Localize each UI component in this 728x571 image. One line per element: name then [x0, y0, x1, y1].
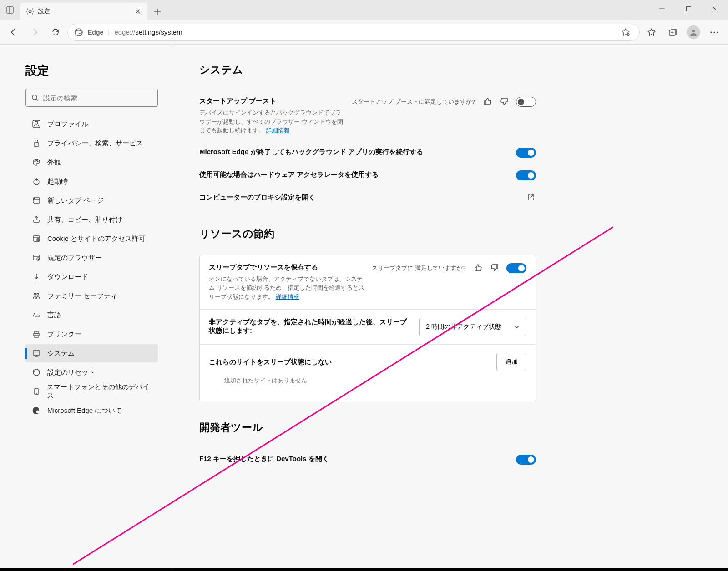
new-tab-button[interactable]: [149, 4, 166, 20]
sidebar-item-profile[interactable]: プロファイル: [25, 115, 158, 133]
learn-more-link[interactable]: 詳細情報: [266, 127, 290, 134]
close-button[interactable]: [702, 0, 728, 17]
svg-point-11: [75, 29, 82, 36]
svg-point-29: [35, 161, 35, 162]
no-sites-text: 追加されたサイトはありません: [209, 371, 526, 394]
sidebar-item-about[interactable]: Microsoft Edge について: [25, 401, 158, 420]
language-icon: A字: [32, 311, 41, 320]
url-text: edge://settings/system: [114, 28, 182, 36]
taskbar: [0, 568, 728, 571]
download-icon: [32, 272, 41, 281]
sidebar-item-language[interactable]: A字言語: [25, 306, 158, 324]
setting-f12-devtools: F12 キーを押したときに DevTools を開く: [199, 448, 536, 471]
svg-point-23: [717, 31, 718, 33]
lock-icon: [32, 139, 41, 148]
svg-point-36: [35, 199, 35, 199]
settings-search[interactable]: [25, 89, 158, 107]
svg-point-26: [35, 121, 38, 124]
cookie-icon: [32, 234, 41, 243]
sidebar-item-system[interactable]: システム: [25, 344, 158, 362]
back-button[interactable]: [5, 23, 23, 41]
profile-button[interactable]: [684, 23, 703, 41]
svg-text:字: 字: [36, 314, 40, 319]
edge-logo-icon: [74, 28, 83, 37]
search-input[interactable]: [43, 94, 152, 102]
svg-rect-8: [686, 6, 691, 11]
startup-boost-toggle[interactable]: [516, 97, 536, 107]
sidebar-item-phone[interactable]: スマートフォンとその他のデバイス: [25, 382, 158, 401]
minimize-button[interactable]: [649, 0, 675, 17]
svg-point-46: [37, 293, 39, 295]
maximize-button[interactable]: [675, 0, 702, 17]
forward-button[interactable]: [25, 23, 44, 41]
thumbs-up-icon[interactable]: [474, 263, 484, 273]
sidebar-item-share[interactable]: 共有、コピー、貼り付け: [25, 210, 158, 229]
svg-rect-0: [7, 7, 13, 13]
svg-point-20: [692, 29, 695, 32]
bg-apps-toggle[interactable]: [516, 148, 536, 158]
favorites-button[interactable]: [642, 23, 661, 41]
phone-icon: [32, 387, 40, 396]
window-controls: [649, 0, 728, 17]
sidebar-item-cookies[interactable]: Cookie とサイトのアクセス許可: [25, 230, 158, 248]
sidebar-item-startup[interactable]: 起動時: [25, 172, 158, 190]
sidebar-item-default-browser[interactable]: 既定のブラウザー: [25, 249, 158, 267]
svg-point-2: [29, 10, 31, 13]
titlebar: 設定: [0, 0, 728, 20]
addr-source: Edge: [88, 29, 103, 36]
svg-point-31: [37, 161, 38, 162]
svg-text:A: A: [33, 313, 36, 318]
sleep-tabs-toggle[interactable]: [506, 263, 526, 273]
printer-icon: [32, 330, 41, 339]
address-bar[interactable]: Edge | edge://settings/system: [67, 24, 640, 41]
sidebar-item-printer[interactable]: プリンター: [25, 325, 158, 343]
svg-rect-50: [35, 331, 38, 333]
power-icon: [32, 177, 41, 186]
setting-startup-boost: スタートアップ ブースト デバイスにサインインするとバックグラウンドでブラウザー…: [199, 90, 536, 141]
thumbs-up-icon[interactable]: [483, 97, 493, 107]
svg-point-45: [34, 293, 36, 295]
menu-button[interactable]: [705, 23, 723, 41]
inactive-duration-select[interactable]: 2 時間の非アクティブ状態: [419, 318, 526, 336]
svg-point-22: [713, 31, 715, 33]
sidebar-item-downloads[interactable]: ダウンロード: [25, 268, 158, 286]
gear-icon: [25, 7, 35, 16]
vertical-tabs-button[interactable]: [0, 0, 20, 20]
sidebar-item-newtab[interactable]: 新しいタブ ページ: [25, 191, 158, 210]
thumbs-down-icon[interactable]: [500, 97, 510, 107]
sidebar-item-family[interactable]: ファミリー セーフティ: [25, 287, 158, 305]
learn-more-link[interactable]: 詳細情報: [276, 293, 299, 300]
sidebar-item-reset[interactable]: 設定のリセット: [25, 363, 158, 381]
refresh-button[interactable]: [46, 23, 65, 41]
collections-button[interactable]: [663, 23, 682, 41]
thumbs-down-icon[interactable]: [490, 263, 500, 273]
setting-proxy[interactable]: コンピューターのプロキシ設定を開く: [199, 187, 536, 209]
sidebar-item-appearance[interactable]: 外観: [25, 153, 158, 171]
browser-tab[interactable]: 設定: [20, 3, 147, 20]
palette-icon: [32, 158, 41, 167]
search-icon: [31, 94, 39, 101]
svg-rect-52: [33, 351, 40, 355]
svg-rect-39: [37, 239, 39, 241]
reset-icon: [32, 368, 41, 377]
f12-devtools-toggle[interactable]: [516, 455, 536, 465]
profile-icon: [32, 120, 41, 129]
svg-point-24: [32, 95, 37, 100]
svg-rect-28: [34, 143, 39, 146]
section-heading-resources: リソースの節約: [199, 227, 536, 241]
sidebar-item-privacy[interactable]: プライバシー、検索、サービス: [25, 134, 158, 152]
sleep-tabs-card: スリープタブでリソースを保存する オンになっている場合、アクティブでないタブは、…: [199, 255, 536, 403]
hw-accel-toggle[interactable]: [516, 170, 536, 180]
svg-point-30: [36, 160, 37, 161]
svg-line-25: [36, 99, 38, 101]
favorite-plus-icon[interactable]: [618, 25, 633, 40]
close-icon[interactable]: [134, 7, 142, 15]
section-heading-system: システム: [199, 63, 536, 77]
settings-sidebar: 設定 プロファイル プライバシー、検索、サービス 外観 起動時 新しいタブ ペー…: [0, 45, 172, 571]
svg-point-21: [710, 31, 712, 33]
add-site-button[interactable]: 追加: [496, 353, 526, 371]
external-link-icon: [527, 193, 536, 202]
sidebar-heading: 設定: [25, 63, 158, 79]
section-heading-devtools: 開発者ツール: [199, 421, 536, 435]
edge-icon: [32, 406, 41, 415]
